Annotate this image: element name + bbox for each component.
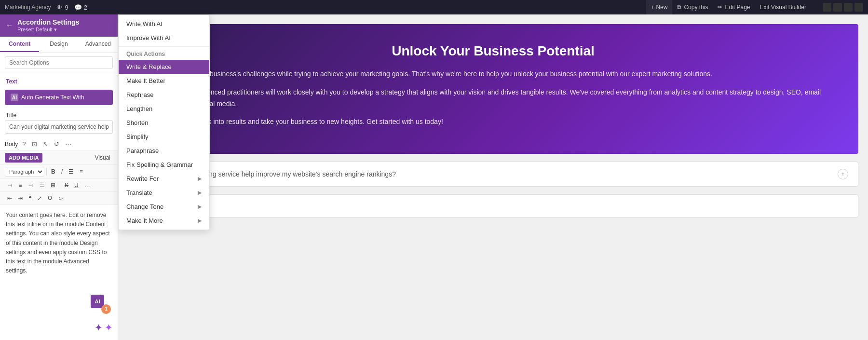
badge-1: 1 xyxy=(101,304,111,314)
hero-card: Unlock Your Business Potential We unders… xyxy=(128,24,858,154)
menu-lengthen[interactable]: Lengthen xyxy=(119,102,209,116)
device-icon-btn[interactable]: ⊡ xyxy=(30,139,39,149)
search-input[interactable] xyxy=(5,56,113,69)
rewrite-arrow: ▶ xyxy=(198,176,202,182)
align-right-button[interactable]: ⫥ xyxy=(26,180,36,190)
table-button[interactable]: ⊞ xyxy=(48,180,58,190)
underline-button[interactable]: U xyxy=(72,180,81,190)
divi-icon-2: ✦ xyxy=(105,320,113,335)
menu-shorten[interactable]: Shorten xyxy=(119,116,209,130)
body-text: Your content goes here. Edit or remove t… xyxy=(6,211,112,275)
ai-generate-button[interactable]: AI Auto Generate Text With xyxy=(5,90,113,105)
align-justify-button[interactable]: ☰ xyxy=(37,180,47,190)
strikethrough-button[interactable]: S xyxy=(62,180,71,190)
menu-make-it-more[interactable]: Make It More ▶ xyxy=(119,214,209,228)
tab-advanced[interactable]: Advanced xyxy=(79,37,118,52)
menu-fix-spelling[interactable]: Fix Spelling & Grammar xyxy=(119,158,209,172)
help-icon-btn[interactable]: ? xyxy=(21,139,27,149)
dropdown-overlay: Write With AI Improve With AI Quick Acti… xyxy=(118,14,210,230)
topbar-icon-1 xyxy=(823,3,831,12)
sidebar-preset[interactable]: Preset: Default ▾ xyxy=(17,27,79,33)
topbar-icon-4 xyxy=(854,3,863,12)
menu-paraphrase[interactable]: Paraphrase xyxy=(119,144,209,158)
back-button[interactable]: ← xyxy=(6,21,14,30)
eye-group: 👁 9 xyxy=(56,4,68,11)
menu-change-tone[interactable]: Change Tone ▶ xyxy=(119,200,209,214)
ai-generate-label: Auto Generate Text With xyxy=(21,94,84,101)
sidebar: ← Accordion Settings Preset: Default ▾ C… xyxy=(0,14,118,340)
title-input[interactable] xyxy=(5,120,113,134)
edit-icon: ✏ xyxy=(718,4,722,11)
bold-button[interactable]: B xyxy=(49,167,58,177)
sidebar-search xyxy=(0,53,118,73)
menu-write-with-ai[interactable]: Write With AI xyxy=(119,17,209,31)
align-center-button[interactable]: ≡ xyxy=(16,180,25,190)
hero-title: Unlock Your Business Potential xyxy=(151,43,835,59)
align-left-button[interactable]: ⫤ xyxy=(5,180,15,190)
editor-toolbar-row2: Paragraph B I ☰ ≡ xyxy=(0,165,118,179)
menu-rephrase[interactable]: Rephrase xyxy=(119,88,209,102)
bottom-icons: ✦ ✦ xyxy=(95,320,113,335)
add-media-button[interactable]: ADD MEDIA xyxy=(5,153,42,163)
exit-button[interactable]: Exit Visual Builder xyxy=(755,0,812,14)
editor-toolbar-row1: ADD MEDIA Visual xyxy=(0,151,118,165)
main-layout: ← Accordion Settings Preset: Default ▾ C… xyxy=(0,14,868,340)
body-content-area: Your content goes here. Edit or remove t… xyxy=(0,205,118,340)
top-bar-actions: + New ⧉ Copy this ✏ Edit Page Exit Visua… xyxy=(646,0,811,14)
divider-2 xyxy=(60,181,60,189)
comment-group: 💬 2 xyxy=(74,4,87,11)
accordion-toggle-1[interactable]: + xyxy=(838,169,848,179)
menu-rewrite-for[interactable]: Rewrite For ▶ xyxy=(119,172,209,186)
divider-1 xyxy=(46,168,47,176)
change-tone-arrow: ▶ xyxy=(198,204,202,210)
visual-button[interactable]: Visual xyxy=(93,153,113,163)
more-icon-btn[interactable]: ⋯ xyxy=(64,139,73,149)
top-bar-end xyxy=(823,3,863,12)
divi-icon-1: ✦ xyxy=(95,320,103,335)
edit-label: Edit Page xyxy=(725,4,750,11)
menu-make-it-better[interactable]: Make It Better xyxy=(119,74,209,88)
undo-icon-btn[interactable]: ↺ xyxy=(53,139,61,149)
eye-icon: 👁 xyxy=(56,4,63,11)
topbar-icon-3 xyxy=(844,3,853,12)
new-button[interactable]: + New xyxy=(646,0,672,14)
ai-float-icon: AI xyxy=(95,299,100,304)
paragraph-select[interactable]: Paragraph xyxy=(5,167,44,177)
tab-design[interactable]: Design xyxy=(39,37,78,52)
fullscreen-button[interactable]: ⤢ xyxy=(35,193,44,203)
text-section-label: Text xyxy=(0,73,118,87)
sidebar-header: ← Accordion Settings Preset: Default ▾ xyxy=(0,14,118,37)
topbar-icon-2 xyxy=(833,3,842,12)
cursor-icon-btn[interactable]: ↖ xyxy=(41,139,50,149)
indent-left-button[interactable]: ⇤ xyxy=(5,193,14,203)
copy-label: Copy this xyxy=(684,4,708,11)
site-name: Marketing Agency xyxy=(5,4,51,11)
italic-button[interactable]: I xyxy=(59,167,65,177)
list-ol-button[interactable]: ≡ xyxy=(77,167,85,177)
sidebar-title: Accordion Settings xyxy=(17,18,79,26)
copy-button[interactable]: ⧉ Copy this xyxy=(672,0,713,14)
body-toolbar: Body ? ⊡ ↖ ↺ ⋯ xyxy=(0,137,118,151)
accordion-item-1[interactable]: Can your digital marketing service help … xyxy=(128,162,858,187)
title-label: Title xyxy=(0,108,118,120)
blockquote-button[interactable]: ❝ xyxy=(26,193,34,203)
more-format-button[interactable]: … xyxy=(82,180,93,190)
emoji-button[interactable]: ☺ xyxy=(55,193,66,203)
hero-body: We understand the business's challenges … xyxy=(151,68,835,128)
edit-button[interactable]: ✏ Edit Page xyxy=(713,0,755,14)
special-char-button[interactable]: Ω xyxy=(45,193,54,203)
menu-improve-with-ai[interactable]: Improve With AI xyxy=(119,31,209,45)
quick-actions-label: Quick Actions xyxy=(119,48,209,60)
hero-p1: We understand the business's challenges … xyxy=(151,68,835,80)
menu-simplify[interactable]: Simplify xyxy=(119,130,209,144)
tab-content[interactable]: Content xyxy=(0,37,39,52)
make-it-more-arrow: ▶ xyxy=(198,218,202,224)
menu-translate[interactable]: Translate ▶ xyxy=(119,186,209,200)
comment-icon: 💬 xyxy=(74,4,82,11)
menu-write-replace[interactable]: Write & Replace xyxy=(119,60,209,74)
top-bar-left: Marketing Agency 👁 9 💬 2 xyxy=(5,4,87,11)
comment-count: 2 xyxy=(84,4,87,11)
hero-p2: Our team of experienced practitioners wi… xyxy=(151,87,835,110)
indent-right-button[interactable]: ⇥ xyxy=(15,193,25,203)
list-ul-button[interactable]: ☰ xyxy=(66,167,76,177)
